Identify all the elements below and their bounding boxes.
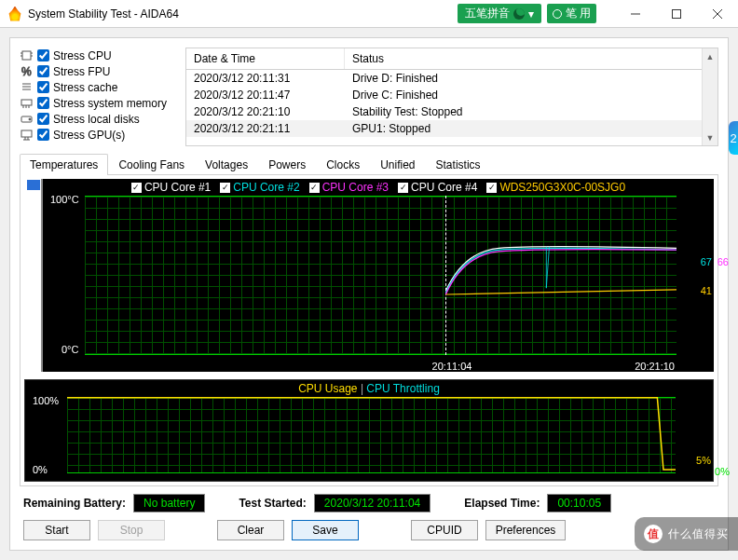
status-row: Remaining Battery: No battery Test Start… — [20, 486, 718, 516]
clear-button[interactable]: Clear — [217, 520, 284, 540]
battery-value: No battery — [133, 494, 205, 512]
log-datetime: 2020/3/12 20:11:31 — [186, 70, 345, 87]
tab-powers[interactable]: Powers — [258, 154, 316, 175]
legend-checkbox-icon[interactable] — [398, 183, 408, 193]
stress-label-2: Stress cache — [53, 81, 117, 94]
side-tab[interactable]: 2 — [729, 121, 738, 155]
stress-checkbox-4[interactable] — [37, 113, 49, 125]
ime-caret: ▾ — [528, 7, 534, 20]
watermark-text: 什么值得买 — [668, 526, 729, 542]
percent-icon: % — [20, 64, 34, 78]
trace-cpu-cores — [85, 196, 676, 355]
tab-unified[interactable]: Unified — [370, 154, 425, 175]
log-status: Drive C: Finished — [345, 87, 718, 103]
window-title: System Stability Test - AIDA64 — [28, 7, 179, 20]
temp-end-67: 67 — [701, 256, 712, 267]
throttle-end-0: 0% — [715, 466, 730, 477]
stress-label-4: Stress local disks — [53, 113, 140, 126]
legend-item-1[interactable]: CPU Core #2 — [220, 181, 299, 194]
started-value: 2020/3/12 20:11:04 — [314, 494, 430, 512]
stress-checkbox-2[interactable] — [37, 81, 49, 93]
log-scrollbar[interactable]: ▲ ▼ — [702, 48, 718, 145]
tab-voltages[interactable]: Voltages — [195, 154, 258, 175]
legend-item-2[interactable]: CPU Core #3 — [309, 181, 389, 194]
stress-checkbox-0[interactable] — [37, 49, 49, 61]
svg-rect-1 — [673, 9, 681, 18]
log-row[interactable]: 2020/3/12 20:11:31 Drive D: Finished — [186, 70, 718, 87]
stress-options: Stress CPU% Stress FPU Stress cache Stre… — [20, 48, 178, 146]
log-status: GPU1: Stopped — [345, 120, 718, 137]
cpuid-button[interactable]: CPUID — [411, 520, 478, 540]
chart-left-strip — [24, 179, 43, 372]
stress-checkbox-3[interactable] — [37, 97, 49, 109]
ime-sub-indicator[interactable]: 笔 用 — [547, 4, 596, 23]
legend-checkbox-icon[interactable] — [131, 183, 142, 193]
temp-x1: 20:21:10 — [635, 361, 675, 372]
scroll-down-icon[interactable]: ▼ — [703, 130, 718, 145]
bars-icon — [20, 80, 34, 94]
ime-name: 五笔拼音 — [465, 6, 510, 21]
tab-statistics[interactable]: Statistics — [426, 154, 491, 175]
usage-end-5: 5% — [696, 455, 711, 466]
legend-checkbox-icon[interactable] — [486, 183, 497, 193]
legend-checkbox-icon[interactable] — [309, 183, 320, 193]
maximize-button[interactable] — [656, 1, 697, 27]
log-row[interactable]: 2020/3/12 20:21:10 Stability Test: Stopp… — [186, 103, 718, 120]
disk-icon — [20, 112, 34, 126]
stress-item-1: % Stress FPU — [20, 63, 178, 79]
temp-legend: CPU Core #1CPU Core #2CPU Core #3CPU Cor… — [43, 179, 714, 196]
log-status: Drive D: Finished — [345, 70, 718, 87]
svg-rect-19 — [21, 130, 32, 137]
col-datetime[interactable]: Date & Time — [186, 48, 345, 69]
scroll-up-icon[interactable]: ▲ — [703, 48, 718, 64]
temp-x0: 20:11:04 — [432, 361, 472, 372]
log-row[interactable]: 2020/3/12 20:21:11 GPU1: Stopped — [186, 120, 718, 137]
stop-button: Stop — [98, 520, 165, 540]
col-status[interactable]: Status — [345, 48, 718, 69]
start-button[interactable]: Start — [23, 520, 90, 540]
tab-cooling-fans[interactable]: Cooling Fans — [108, 154, 195, 175]
gear-icon — [553, 9, 562, 19]
temp-end-66: 66 — [718, 256, 729, 267]
titlebar: System Stability Test - AIDA64 五笔拼音 ▾ 笔 … — [0, 0, 738, 28]
stress-label-3: Stress system memory — [53, 97, 167, 110]
elapsed-label: Elapsed Time: — [464, 497, 540, 510]
legend-item-0[interactable]: CPU Core #1 — [131, 181, 211, 194]
ime-indicator[interactable]: 五笔拼音 ▾ — [458, 4, 541, 23]
stress-item-3: Stress system memory — [20, 95, 178, 111]
legend-item-4[interactable]: WDS250G3X0C-00SJG0 — [486, 181, 625, 194]
chip-icon — [20, 48, 34, 62]
svg-point-18 — [29, 118, 31, 120]
tab-clocks[interactable]: Clocks — [316, 154, 370, 175]
temperature-chart: CPU Core #1CPU Core #2CPU Core #3CPU Cor… — [24, 179, 714, 372]
preferences-button[interactable]: Preferences — [485, 520, 566, 540]
save-button[interactable]: Save — [292, 520, 359, 540]
started-label: Test Started: — [239, 497, 306, 510]
legend-checkbox-icon[interactable] — [220, 183, 230, 193]
minimize-button[interactable] — [615, 1, 656, 27]
temp-plot — [85, 196, 676, 355]
log-datetime: 2020/3/12 20:11:47 — [186, 87, 345, 103]
tab-temperatures[interactable]: Temperatures — [20, 154, 108, 175]
usage-ymin: 0% — [33, 464, 48, 475]
watermark-logo-icon — [644, 525, 663, 543]
cpu-usage-chart: CPU Usage | CPU Throttling 100% 0% 5% 0% — [24, 379, 714, 482]
monitor-icon — [20, 128, 34, 142]
legend-cpu-usage: CPU Usage — [298, 382, 357, 395]
usage-ymax: 100% — [33, 395, 59, 406]
close-button[interactable] — [697, 1, 738, 27]
button-row: Start Stop Clear Save CPUID Preferences — [20, 516, 718, 540]
legend-label: CPU Core #4 — [411, 181, 477, 194]
sensor-indicator[interactable] — [27, 180, 40, 190]
legend-label: WDS250G3X0C-00SJG0 — [499, 181, 625, 194]
log-datetime: 2020/3/12 20:21:11 — [186, 120, 345, 137]
log-row[interactable]: 2020/3/12 20:11:47 Drive C: Finished — [186, 87, 718, 103]
legend-item-3[interactable]: CPU Core #4 — [398, 181, 477, 194]
temp-end-41: 41 — [701, 285, 712, 296]
stress-label-5: Stress GPU(s) — [53, 129, 125, 142]
stress-checkbox-5[interactable] — [37, 129, 49, 141]
stress-label-1: Stress FPU — [53, 65, 110, 78]
usage-legend: CPU Usage | CPU Throttling — [25, 380, 713, 397]
stress-checkbox-1[interactable] — [37, 65, 49, 77]
legend-label: CPU Core #3 — [322, 181, 389, 194]
